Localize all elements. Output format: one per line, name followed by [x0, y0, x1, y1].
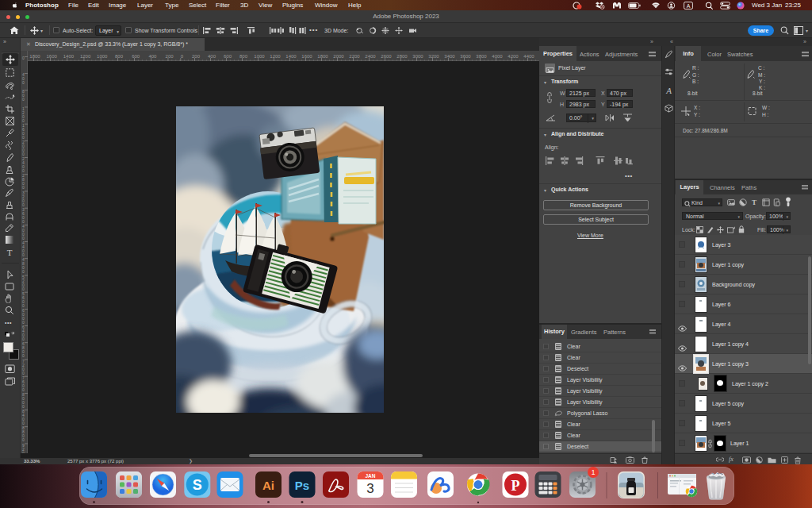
- svg-text:1400: 1400: [285, 54, 297, 59]
- svg-text:0: 0: [22, 437, 25, 442]
- svg-text:4200: 4200: [508, 54, 519, 59]
- svg-text:1600: 1600: [47, 54, 58, 59]
- svg-text:A: A: [687, 3, 691, 9]
- svg-text:0: 0: [22, 80, 25, 85]
- svg-text:0: 0: [22, 56, 25, 60]
- svg-text:A: A: [665, 86, 672, 95]
- svg-text:600: 600: [132, 54, 140, 59]
- svg-text:800: 800: [115, 54, 124, 59]
- svg-text:0: 0: [22, 320, 25, 325]
- svg-text:1000: 1000: [97, 54, 108, 59]
- svg-text:1400: 1400: [63, 54, 75, 59]
- svg-text:T: T: [752, 198, 756, 206]
- svg-text:200: 200: [192, 54, 201, 59]
- svg-text:1800: 1800: [29, 54, 40, 59]
- svg-text:0: 0: [22, 152, 25, 156]
- svg-text:3200: 3200: [428, 54, 439, 59]
- svg-text:0: 0: [22, 371, 25, 375]
- svg-text:Ai: Ai: [262, 479, 274, 492]
- svg-text:1200: 1200: [270, 54, 281, 59]
- svg-text:JAN: JAN: [365, 473, 375, 479]
- svg-text:200: 200: [166, 54, 174, 59]
- svg-text:2600: 2600: [381, 54, 392, 59]
- svg-text:1800: 1800: [317, 54, 328, 59]
- svg-text:P: P: [511, 478, 520, 494]
- svg-text:0: 0: [22, 421, 25, 425]
- svg-text:1000: 1000: [254, 54, 265, 59]
- svg-text:2000: 2000: [333, 54, 344, 59]
- svg-text:3400: 3400: [444, 54, 455, 59]
- svg-text:T: T: [7, 248, 13, 257]
- svg-text:Ps: Ps: [295, 479, 309, 492]
- svg-text:0: 0: [22, 118, 25, 123]
- svg-text:0: 0: [22, 185, 25, 190]
- svg-text:0: 0: [22, 202, 25, 207]
- svg-text:0: 0: [22, 269, 25, 274]
- svg-text:1200: 1200: [80, 54, 91, 59]
- svg-text:0: 0: [22, 303, 25, 308]
- svg-text:4400: 4400: [523, 54, 534, 59]
- svg-text:0: 0: [22, 236, 25, 241]
- svg-text:400: 400: [208, 54, 216, 59]
- svg-text:0: 0: [22, 353, 25, 358]
- svg-text:0: 0: [22, 287, 25, 291]
- svg-text:0: 0: [22, 168, 25, 173]
- svg-text:600: 600: [224, 54, 232, 59]
- svg-text:2800: 2800: [396, 54, 408, 59]
- svg-text:2200: 2200: [349, 54, 360, 59]
- svg-text:1600: 1600: [301, 54, 312, 59]
- svg-text:S: S: [193, 477, 202, 493]
- svg-text:3600: 3600: [460, 54, 471, 59]
- svg-text:3000: 3000: [412, 54, 423, 59]
- svg-text:4000: 4000: [492, 54, 503, 59]
- svg-text:800: 800: [239, 54, 248, 59]
- svg-text:0: 0: [22, 337, 25, 341]
- svg-text:1: 1: [592, 468, 596, 476]
- svg-text:400: 400: [148, 54, 157, 59]
- svg-text:3800: 3800: [476, 54, 487, 59]
- svg-text:0: 0: [22, 97, 25, 102]
- svg-text:2400: 2400: [365, 54, 376, 59]
- svg-text:0: 0: [22, 404, 25, 409]
- svg-text:0: 0: [22, 219, 25, 224]
- svg-text:0: 0: [181, 54, 184, 59]
- svg-text:3: 3: [366, 481, 373, 496]
- svg-text:0: 0: [22, 252, 25, 257]
- svg-text:0: 0: [22, 387, 25, 392]
- svg-text:0: 0: [22, 135, 25, 140]
